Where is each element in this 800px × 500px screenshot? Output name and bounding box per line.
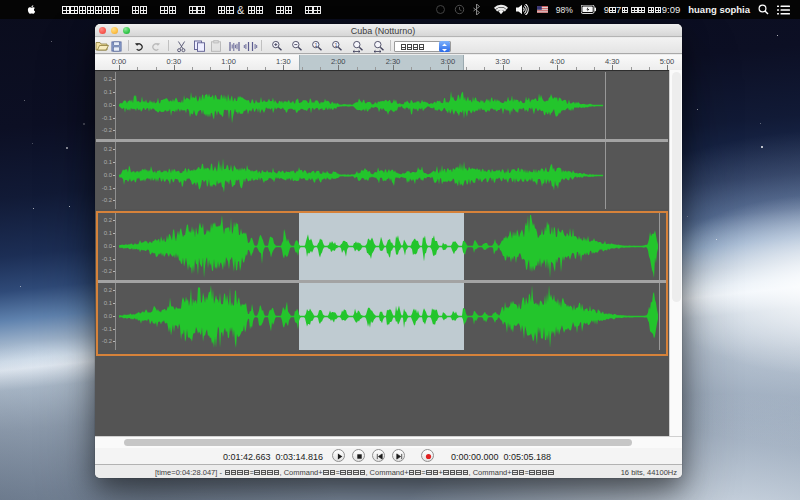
- svg-text:1: 1: [335, 42, 338, 48]
- svg-text:1: 1: [315, 42, 318, 48]
